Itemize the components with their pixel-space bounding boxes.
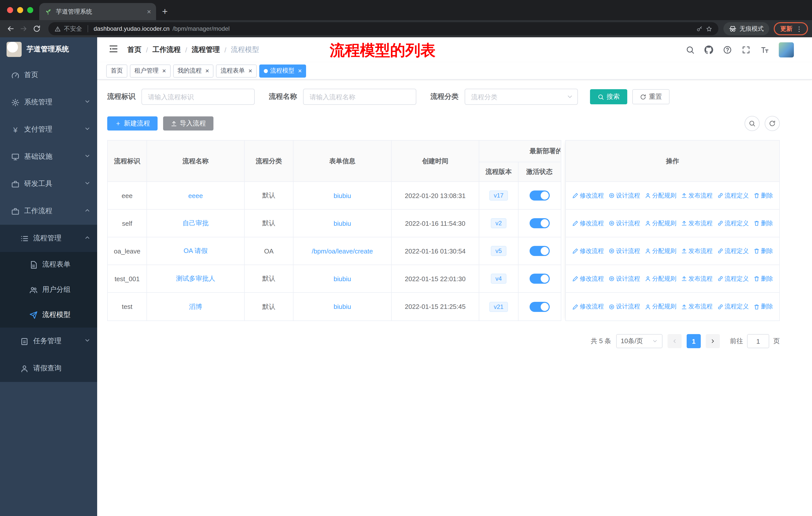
sidebar-item-home[interactable]: 首页 — [0, 61, 97, 89]
action-publish-link[interactable]: 发布流程 — [681, 302, 713, 311]
font-size-icon[interactable] — [760, 45, 769, 54]
minimize-window-button[interactable] — [17, 7, 23, 13]
action-definition-link[interactable]: 流程定义 — [717, 274, 749, 283]
form-info-link[interactable]: biubiu — [334, 303, 351, 310]
user-avatar[interactable] — [779, 42, 794, 57]
action-design-link[interactable]: 设计流程 — [608, 274, 640, 283]
view-tag[interactable]: 流程表单× — [216, 64, 257, 77]
action-definition-link[interactable]: 流程定义 — [717, 219, 749, 227]
model-name-link[interactable]: 滔博 — [189, 302, 202, 311]
action-design-link[interactable]: 设计流程 — [608, 247, 640, 255]
action-assign-rule-link[interactable]: 分配规则 — [645, 302, 676, 311]
breadcrumb-item[interactable]: 工作流程 — [152, 45, 181, 54]
model-name-link[interactable]: 测试多审批人 — [176, 274, 215, 283]
form-info-link[interactable]: biubiu — [334, 219, 351, 227]
refresh-table-button[interactable] — [765, 116, 780, 131]
tag-close-icon[interactable]: × — [248, 67, 252, 74]
search-button[interactable]: 搜索 — [590, 89, 627, 104]
browser-tab[interactable]: 芋道管理系统 × — [39, 3, 156, 20]
forward-button[interactable] — [17, 22, 30, 35]
next-page-button[interactable] — [706, 334, 720, 348]
activation-toggle[interactable] — [529, 246, 549, 256]
activation-toggle[interactable] — [529, 218, 549, 228]
activation-toggle[interactable] — [529, 190, 549, 200]
action-definition-link[interactable]: 流程定义 — [717, 302, 749, 311]
action-design-link[interactable]: 设计流程 — [608, 191, 640, 200]
action-assign-rule-link[interactable]: 分配规则 — [645, 247, 676, 255]
action-design-link[interactable]: 设计流程 — [608, 302, 640, 311]
breadcrumb-item[interactable]: 首页 — [127, 45, 141, 54]
form-info-link[interactable]: biubiu — [334, 275, 351, 282]
reload-button[interactable] — [30, 22, 43, 35]
view-tag[interactable]: 首页 — [106, 64, 127, 77]
sidebar-item-workflow[interactable]: 工作流程 — [0, 197, 97, 225]
action-assign-rule-link[interactable]: 分配规则 — [645, 191, 676, 200]
update-chrome-button[interactable]: 更新 ⋮ — [774, 22, 808, 35]
sidebar-item-task-management[interactable]: 任务管理 — [0, 328, 97, 355]
action-edit-link[interactable]: 修改流程 — [572, 219, 604, 227]
create-process-button[interactable]: ＋ 新建流程 — [107, 116, 157, 131]
action-publish-link[interactable]: 发布流程 — [681, 219, 713, 227]
zoom-window-button[interactable] — [27, 7, 33, 13]
page-size-select[interactable]: 10条/页 — [616, 334, 663, 348]
close-window-button[interactable] — [7, 7, 13, 13]
action-edit-link[interactable]: 修改流程 — [572, 274, 604, 283]
password-key-icon[interactable] — [696, 25, 703, 32]
action-publish-link[interactable]: 发布流程 — [681, 247, 713, 255]
form-info-link[interactable]: biubiu — [334, 192, 351, 199]
sidebar-item-user-group[interactable]: 用户分组 — [0, 277, 97, 302]
tag-close-icon[interactable]: × — [205, 67, 209, 74]
activation-toggle[interactable] — [529, 274, 549, 284]
reset-button[interactable]: 重置 — [632, 89, 670, 104]
sidebar-fold-icon[interactable] — [108, 44, 118, 56]
search-icon[interactable] — [686, 45, 695, 54]
action-edit-link[interactable]: 修改流程 — [572, 302, 604, 311]
action-publish-link[interactable]: 发布流程 — [681, 191, 713, 200]
action-edit-link[interactable]: 修改流程 — [572, 247, 604, 255]
action-assign-rule-link[interactable]: 分配规则 — [645, 219, 676, 227]
tag-close-icon[interactable]: × — [298, 67, 302, 74]
bookmark-star-icon[interactable] — [706, 25, 712, 32]
sidebar-item-infrastructure[interactable]: 基础设施 — [0, 143, 97, 170]
model-name-link[interactable]: 自己审批 — [182, 219, 209, 228]
sidebar-item-system[interactable]: 系统管理 — [0, 89, 97, 116]
action-delete-link[interactable]: 删除 — [753, 219, 773, 227]
action-assign-rule-link[interactable]: 分配规则 — [645, 274, 676, 283]
action-delete-link[interactable]: 删除 — [753, 191, 773, 200]
action-design-link[interactable]: 设计流程 — [608, 219, 640, 227]
sidebar-item-payment[interactable]: ¥ 支付管理 — [0, 116, 97, 143]
view-tag[interactable]: 流程模型× — [259, 64, 306, 77]
sidebar-item-process-form[interactable]: 流程表单 — [0, 252, 97, 277]
action-delete-link[interactable]: 删除 — [753, 247, 773, 255]
back-button[interactable] — [4, 22, 17, 35]
action-delete-link[interactable]: 删除 — [753, 274, 773, 283]
model-name-link[interactable]: OA 请假 — [183, 246, 207, 255]
action-edit-link[interactable]: 修改流程 — [572, 191, 604, 200]
activation-toggle[interactable] — [529, 302, 549, 312]
update-label[interactable]: 更新 — [780, 24, 792, 33]
goto-page-input[interactable] — [747, 334, 769, 348]
sidebar-item-leave-query[interactable]: 请假查询 — [0, 355, 97, 382]
action-definition-link[interactable]: 流程定义 — [717, 247, 749, 255]
fullscreen-icon[interactable] — [742, 45, 751, 54]
show-search-button[interactable] — [745, 116, 760, 131]
view-tag[interactable]: 我的流程× — [173, 64, 213, 77]
github-icon[interactable] — [704, 45, 713, 54]
security-label[interactable]: 不安全 — [64, 24, 82, 33]
action-definition-link[interactable]: 流程定义 — [717, 191, 749, 200]
model-name-link[interactable]: eeee — [188, 192, 203, 199]
page-number-button[interactable]: 1 — [687, 334, 701, 348]
browser-menu-icon[interactable]: ⋮ — [796, 25, 803, 32]
breadcrumb-item[interactable]: 流程管理 — [192, 45, 220, 54]
address-bar[interactable]: 不安全 dashboard.yudao.iocoder.cn/bpm/manag… — [48, 22, 718, 35]
help-icon[interactable] — [723, 45, 732, 54]
tag-close-icon[interactable]: × — [162, 67, 166, 74]
action-delete-link[interactable]: 删除 — [753, 302, 773, 311]
process-key-input[interactable] — [141, 89, 255, 105]
action-publish-link[interactable]: 发布流程 — [681, 274, 713, 283]
prev-page-button[interactable] — [668, 334, 682, 348]
sidebar-item-devtools[interactable]: 研发工具 — [0, 170, 97, 197]
import-process-button[interactable]: 导入流程 — [163, 116, 213, 131]
process-category-select[interactable] — [465, 89, 578, 105]
tab-close-icon[interactable]: × — [147, 7, 151, 16]
